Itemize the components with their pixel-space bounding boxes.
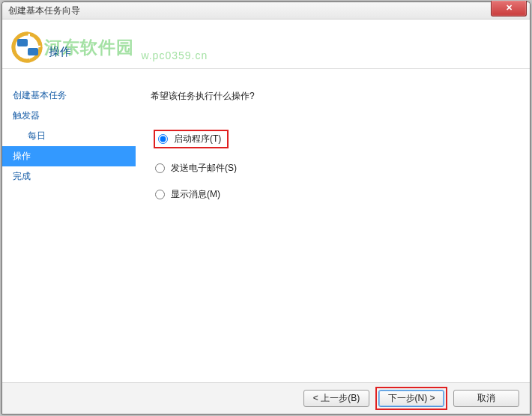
- radio-show-message[interactable]: [155, 190, 165, 199]
- sidebar-item-action[interactable]: 操作: [2, 146, 136, 166]
- close-icon: ✕: [506, 3, 513, 12]
- option-label-start-program: 启动程序(T): [174, 133, 221, 145]
- highlight-box-next: 下一步(N) >: [375, 387, 447, 410]
- footer: < 上一步(B) 下一步(N) > 取消: [2, 382, 530, 414]
- question-text: 希望该任务执行什么操作?: [151, 90, 515, 103]
- window-title: 创建基本任务向导: [8, 5, 80, 16]
- wizard-window: 创建基本任务向导 ✕ 河东软件园 w.pc0359.cn 操作 创建基本任务 触…: [1, 1, 531, 415]
- close-button[interactable]: ✕: [491, 1, 527, 16]
- header-title: 操作: [49, 45, 71, 59]
- sidebar-item-create-task[interactable]: 创建基本任务: [2, 85, 136, 106]
- cancel-button[interactable]: 取消: [453, 390, 519, 407]
- sidebar-item-finish[interactable]: 完成: [2, 166, 136, 187]
- svg-rect-4: [17, 39, 28, 46]
- option-label-show-message: 显示消息(M): [171, 188, 220, 201]
- radio-send-email[interactable]: [155, 163, 165, 173]
- option-start-program[interactable]: 启动程序(T): [151, 128, 515, 150]
- sidebar-item-trigger[interactable]: 触发器: [2, 106, 136, 126]
- wizard-icon: [11, 31, 43, 63]
- highlight-box-start-program: 启动程序(T): [154, 130, 229, 148]
- next-button[interactable]: 下一步(N) >: [378, 390, 444, 407]
- radio-start-program[interactable]: [158, 134, 168, 144]
- svg-rect-5: [28, 48, 38, 55]
- wizard-body: 创建基本任务 触发器 每日 操作 完成 希望该任务执行什么操作? 启动程序(T)…: [2, 69, 530, 382]
- sidebar: 创建基本任务 触发器 每日 操作 完成: [2, 69, 136, 382]
- option-send-email[interactable]: 发送电子邮件(S): [151, 160, 515, 176]
- titlebar: 创建基本任务向导 ✕: [2, 2, 530, 19]
- wizard-header: 河东软件园 w.pc0359.cn 操作: [2, 19, 530, 69]
- sidebar-item-daily[interactable]: 每日: [2, 126, 136, 146]
- option-label-send-email: 发送电子邮件(S): [171, 162, 237, 175]
- back-button[interactable]: < 上一步(B): [303, 390, 369, 407]
- option-show-message[interactable]: 显示消息(M): [151, 187, 515, 202]
- content-panel: 希望该任务执行什么操作? 启动程序(T) 发送电子邮件(S) 显示消息(M): [136, 69, 530, 382]
